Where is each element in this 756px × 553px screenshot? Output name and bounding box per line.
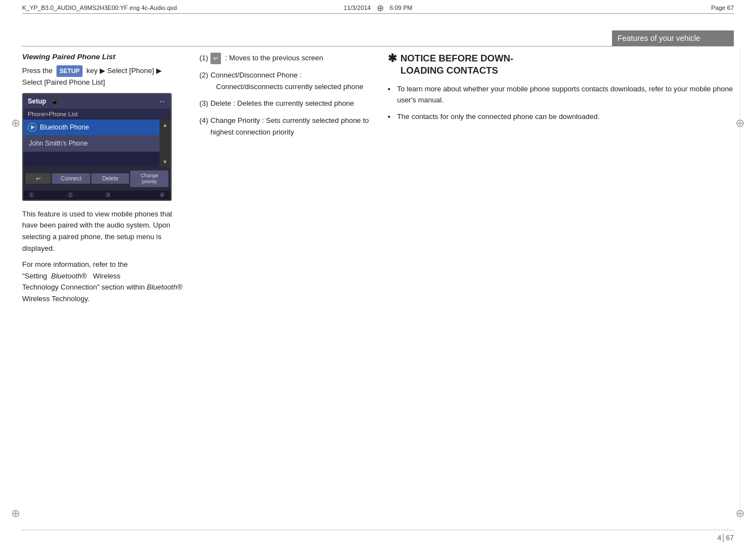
description-text-2: For more information, refer to the "Sett…: [22, 259, 183, 305]
instr-part1: Press the: [22, 66, 53, 75]
file-header-center: 11/3/2014 6:09 PM: [344, 3, 413, 13]
instr-arrow2: ▶: [156, 66, 162, 75]
file-time: 6:09 PM: [389, 4, 412, 11]
mockup-empty-row: [23, 152, 160, 167]
mockup-connect-btn[interactable]: Connect: [52, 173, 90, 184]
item3-num: (3): [199, 98, 208, 110]
notice-heading-text: NOTICE BEFORE DOWN-LOADING CONTACTS: [400, 53, 513, 77]
item2-subtext: Connect/disconnects currently selected p…: [216, 81, 371, 93]
scroll-up-icon: ▲: [162, 122, 168, 128]
setup-mockup: Setup 📱 ↔ Phone>Phone List Bluetooth Pho…: [22, 93, 172, 201]
item1-num: (1): [199, 53, 208, 64]
left-column: Viewing Paired Phone List Press the SETU…: [22, 53, 183, 525]
crosshair-top: [375, 3, 385, 13]
numbered-item-1: (1) ↩ : Moves to the previous screen: [199, 53, 371, 64]
num1: ①: [29, 192, 52, 199]
num3: ③: [89, 192, 127, 199]
right-border: [740, 50, 740, 520]
corner-mark-bl: ⊕: [11, 507, 20, 520]
page-footer: 4│67: [22, 530, 734, 542]
numbered-item-4: (4) Change Priority : Sets currently sel…: [199, 115, 371, 138]
john-smith-label: John Smith's Phone: [29, 139, 88, 147]
mockup-changepriority-btn[interactable]: Changepriority: [130, 170, 168, 187]
corner-mark-tl: ⊕: [11, 116, 20, 130]
numbered-item-3: (3) Delete : Deletes the currently selec…: [199, 98, 371, 110]
bluetooth-phone-label: Bluetooth Phone: [40, 123, 89, 131]
play-button-icon: [28, 123, 37, 132]
page-title: Features of your vehicle: [618, 34, 700, 43]
file-header: K_YP_B3.0_AUDIO_A9MS2H3E00:YF eng 4c-Aud…: [22, 4, 734, 14]
title-accent-bar: Features of your vehicle: [612, 30, 734, 46]
file-page: Page 67: [711, 4, 734, 11]
title-divider: [22, 46, 734, 46]
notice-star-icon: ✱: [388, 53, 397, 64]
instr-arrow1: ▶: [100, 66, 105, 75]
mockup-setup-label: Setup: [28, 97, 46, 105]
num4: ④: [127, 192, 165, 199]
file-date: 11/3/2014: [344, 4, 371, 11]
mockup-back-btn[interactable]: ↩: [25, 173, 51, 184]
numbered-item-2: (2) Connect/Disconnect Phone : Connect/d…: [199, 70, 371, 93]
mockup-phonelist-label: Phone>Phone List: [23, 108, 171, 120]
item3-text: Delete : Deletes the currently selected …: [210, 98, 354, 110]
scroll-down-icon: ▼: [162, 159, 168, 165]
instr-part2: key: [86, 66, 97, 75]
item4-text: Change Priority : Sets currently selecte…: [210, 115, 371, 138]
num2: ②: [52, 192, 89, 199]
mockup-delete-btn[interactable]: Delete: [91, 173, 130, 184]
item2-num: (2): [199, 70, 208, 81]
right-column: ✱ NOTICE BEFORE DOWN-LOADING CONTACTS To…: [388, 53, 734, 525]
setup-key-badge: SETUP: [56, 65, 83, 77]
page-number: 4│67: [717, 534, 734, 542]
mockup-top-bar: Setup 📱 ↔: [23, 94, 171, 108]
main-content: Viewing Paired Phone List Press the SETU…: [22, 53, 734, 525]
item2-text: Connect/Disconnect Phone :: [210, 70, 302, 81]
bullet-item-2: The contacts for only the connected phon…: [388, 111, 734, 123]
instruction-text: Press the SETUP key ▶ Select [Phone] ▶ S…: [22, 65, 183, 87]
mockup-bluetooth-row: Bluetooth Phone: [23, 120, 160, 135]
instr-part3: Select [Phone]: [107, 66, 155, 75]
notice-heading: ✱ NOTICE BEFORE DOWN-LOADING CONTACTS: [388, 53, 734, 77]
description-text-1: This feature is used to view mobile phon…: [22, 209, 183, 255]
notice-bullet-list: To learn more about whether your mobile …: [388, 84, 734, 123]
filename: K_YP_B3.0_AUDIO_A9MS2H3E00:YF eng 4c-Aud…: [22, 4, 177, 11]
item1-back-icon: ↩: [210, 53, 221, 64]
bullet2-text: The contacts for only the connected phon…: [397, 111, 600, 123]
page-title-bar: Features of your vehicle: [608, 30, 734, 46]
mid-column: (1) ↩ : Moves to the previous screen (2)…: [199, 53, 371, 525]
item1-text: : Moves to the previous screen: [223, 53, 323, 64]
mockup-john-row: John Smith's Phone: [23, 135, 160, 152]
mockup-phone-icon: 📱: [50, 97, 59, 105]
item4-num: (4): [199, 115, 208, 138]
bullet1-text: To learn more about whether your mobile …: [397, 84, 734, 106]
instr-part4: Select [Paired Phone List]: [22, 78, 105, 86]
bullet-item-1: To learn more about whether your mobile …: [388, 84, 734, 106]
section-heading: Viewing Paired Phone List: [22, 53, 183, 61]
mockup-numbers-row: ① ② ③ ④: [23, 190, 171, 200]
mockup-bottom-bar: ↩ Connect Delete Changepriority: [23, 167, 171, 190]
mockup-arrow-icon: ↔: [158, 97, 166, 106]
